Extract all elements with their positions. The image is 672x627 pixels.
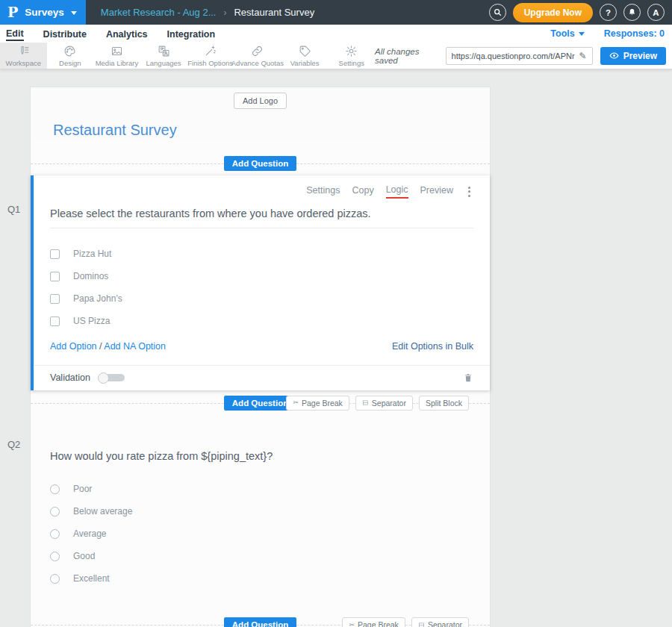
edit-toolbar: Workspace Design Media Library Languages…: [0, 43, 672, 69]
validation-toggle[interactable]: [98, 372, 126, 384]
question-preview-link[interactable]: Preview: [420, 185, 453, 198]
page-break-label: Page Break: [302, 399, 343, 408]
page-break-button[interactable]: ✂ Page Break: [286, 396, 349, 411]
question-copy-link[interactable]: Copy: [352, 185, 373, 198]
toolbar-item-workspace[interactable]: Workspace: [0, 43, 47, 69]
question-text-q2[interactable]: How would you rate pizza from ${piping_t…: [50, 450, 470, 462]
add-logo-button[interactable]: Add Logo: [234, 93, 287, 109]
answer-option[interactable]: Good: [50, 545, 470, 567]
answer-option-label[interactable]: Average: [73, 528, 106, 539]
question-settings-link[interactable]: Settings: [306, 185, 340, 198]
breadcrumb-parent[interactable]: Market Research - Aug 2...: [101, 7, 217, 18]
answer-option-label[interactable]: Dominos: [73, 271, 108, 281]
answer-option[interactable]: Papa John's: [50, 287, 473, 310]
app-logo-surveys-menu[interactable]: P Surveys: [0, 0, 86, 25]
answer-option[interactable]: Average: [50, 522, 470, 545]
question-block-q2[interactable]: How would you rate pizza from ${piping_t…: [31, 415, 490, 612]
answer-option[interactable]: US Pizza: [50, 310, 473, 332]
question-text-q1[interactable]: Please select the restaurants from where…: [50, 208, 473, 228]
answer-option-label[interactable]: Pizza Hut: [73, 249, 111, 259]
nav-tab-integration[interactable]: Integration: [167, 28, 216, 40]
question-logic-link[interactable]: Logic: [386, 184, 408, 199]
search-button[interactable]: [489, 4, 506, 21]
answer-option[interactable]: Dominos: [50, 265, 473, 287]
survey-url-box: ✎: [446, 47, 593, 65]
delete-question-button[interactable]: [463, 372, 473, 384]
toolbar-item-label: Settings: [339, 59, 364, 67]
validation-label: Validation: [50, 372, 90, 383]
answer-option[interactable]: Poor: [50, 478, 470, 500]
split-block-button[interactable]: Split Block: [419, 396, 469, 411]
checkbox[interactable]: [50, 294, 60, 304]
image-icon: [111, 45, 123, 57]
edit-url-icon[interactable]: ✎: [578, 51, 592, 61]
add-na-option-link[interactable]: Add NA Option: [104, 341, 166, 352]
answer-option-label[interactable]: Poor: [73, 484, 92, 494]
notifications-button[interactable]: [623, 4, 641, 21]
answer-option[interactable]: Excellent: [50, 567, 470, 590]
nav-tab-edit[interactable]: Edit: [6, 27, 24, 41]
preview-button[interactable]: Preview: [600, 47, 666, 65]
add-question-row-2: Add Question ✂ Page Break Separator Spli…: [31, 390, 490, 415]
answer-option-label[interactable]: Good: [73, 551, 95, 561]
question-number-q1: Q1: [7, 204, 20, 215]
add-question-button[interactable]: Add Question: [224, 617, 296, 627]
product-name: Surveys: [25, 7, 64, 18]
chevron-down-icon: [71, 11, 77, 15]
toolbar-item-label: Workspace: [6, 59, 41, 67]
toolbar-item-settings[interactable]: Settings: [328, 43, 375, 69]
answer-option-label[interactable]: Excellent: [73, 573, 110, 584]
subnav-right: Tools Responses: 0: [550, 28, 665, 39]
tools-menu[interactable]: Tools: [550, 28, 584, 39]
responses-count[interactable]: Responses: 0: [604, 28, 665, 39]
radio-button[interactable]: [50, 552, 60, 561]
radio-button[interactable]: [50, 529, 60, 539]
add-option-link[interactable]: Add Option: [50, 341, 97, 352]
account-avatar[interactable]: A: [647, 4, 665, 21]
survey-canvas: Q1 Q2 Add Logo Restaurant Survey Add Que…: [0, 69, 672, 627]
bell-icon: [627, 7, 637, 17]
answer-option[interactable]: Below average: [50, 500, 470, 522]
radio-button[interactable]: [50, 484, 60, 494]
breadcrumb-separator-icon: ›: [223, 7, 226, 18]
checkbox[interactable]: [50, 249, 60, 259]
toolbar-item-languages[interactable]: Languages: [140, 43, 187, 69]
toolbar-item-design[interactable]: Design: [47, 43, 94, 69]
answer-option-label[interactable]: US Pizza: [73, 316, 110, 326]
page-break-button[interactable]: ✂ Page Break: [342, 617, 405, 627]
radio-button[interactable]: [50, 574, 60, 584]
option-actions-row: Add Option / Add NA Option Edit Options …: [50, 332, 473, 365]
page-break-label: Page Break: [358, 620, 399, 627]
answer-option-label[interactable]: Papa John's: [73, 293, 122, 304]
toolbar-item-media-library[interactable]: Media Library: [93, 43, 140, 69]
toolbar-item-label: Languages: [146, 59, 181, 67]
checkbox[interactable]: [50, 272, 60, 281]
upgrade-now-button[interactable]: Upgrade Now: [513, 3, 593, 22]
answer-option[interactable]: Pizza Hut: [50, 243, 473, 265]
toolbar-item-advance-quotas[interactable]: Advance Quotas: [234, 43, 281, 69]
breadcrumb-current: Restaurant Survey: [234, 7, 314, 18]
radio-button[interactable]: [50, 507, 60, 517]
question-more-menu-icon[interactable]: [465, 185, 473, 199]
checkbox[interactable]: [50, 316, 60, 326]
nav-tab-distribute[interactable]: Distribute: [43, 28, 87, 40]
add-question-button[interactable]: Add Question: [224, 156, 296, 171]
breadcrumb: Market Research - Aug 2... › Restaurant …: [86, 0, 314, 25]
separator-button[interactable]: Separator: [355, 396, 413, 411]
question-block-q1: Settings Copy Logic Preview Please selec…: [31, 175, 490, 390]
help-button[interactable]: ?: [600, 4, 617, 21]
toolbar-item-finish-options[interactable]: Finish Options: [187, 43, 234, 69]
survey-url-input[interactable]: [447, 52, 578, 60]
add-question-row-3: Add Question ✂ Page Break Separator: [31, 612, 490, 627]
toolbar-item-variables[interactable]: Variables: [281, 43, 329, 69]
chain-link-icon: [251, 45, 264, 57]
survey-title[interactable]: Restaurant Survey: [53, 122, 490, 139]
separator-icon: [418, 622, 425, 627]
eye-icon: [609, 51, 619, 60]
separator-icon: [362, 399, 369, 406]
chevron-down-icon: [579, 32, 585, 36]
separator-button[interactable]: Separator: [411, 617, 469, 627]
nav-tab-analytics[interactable]: Analytics: [106, 28, 148, 40]
answer-option-label[interactable]: Below average: [73, 506, 132, 517]
edit-options-in-bulk-link[interactable]: Edit Options in Bulk: [392, 341, 473, 352]
